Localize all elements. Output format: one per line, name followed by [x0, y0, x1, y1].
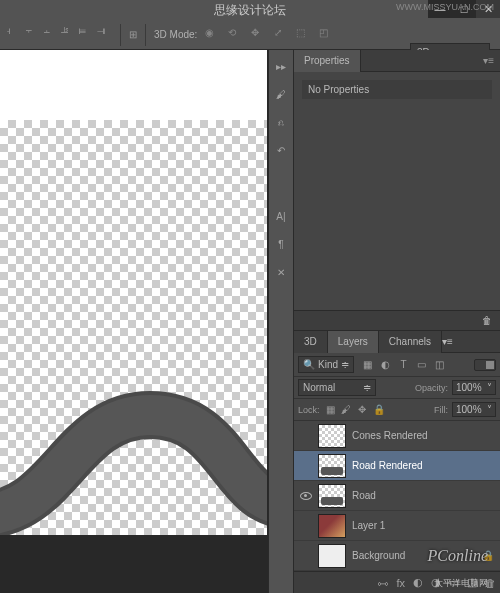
layer-name[interactable]: Road Rendered: [352, 460, 423, 471]
pan-icon[interactable]: ✥: [251, 27, 267, 43]
filter-kind-dropdown[interactable]: 🔍 Kind ≑: [298, 356, 354, 373]
layer-name[interactable]: Road: [352, 490, 376, 501]
blend-mode-row: Normal ≑ Opacity: 100% ˅: [294, 377, 500, 399]
chevron-icon: ≑: [341, 359, 349, 370]
chevron-down-icon: ˅: [487, 382, 492, 393]
layer-row[interactable]: Road Rendered: [294, 451, 500, 481]
fx-icon[interactable]: fx: [396, 577, 405, 589]
3d-mode-icons: ◉ ⟲ ✥ ⤢ ⬚ ◰: [203, 27, 337, 43]
canvas-area[interactable]: [0, 50, 268, 593]
scale-icon[interactable]: ⬚: [296, 27, 312, 43]
align-right-icon[interactable]: ⫠: [42, 25, 58, 45]
type-tool-icon[interactable]: A|: [271, 206, 291, 226]
paragraph-tool-icon[interactable]: ¶: [271, 234, 291, 254]
separator: [145, 24, 146, 46]
collapse-icon[interactable]: ▸▸: [271, 56, 291, 76]
layer-thumbnail[interactable]: [318, 514, 346, 538]
align-middle-icon[interactable]: ⫢: [78, 25, 94, 45]
panel-menu-icon[interactable]: ▾≡: [477, 55, 500, 66]
slide-icon[interactable]: ⤢: [274, 27, 290, 43]
layer-name[interactable]: Background: [352, 550, 405, 561]
lock-row: Lock: ▦ 🖌 ✥ 🔒 Fill: 100% ˅: [294, 399, 500, 421]
tab-channels[interactable]: Channels: [379, 331, 442, 353]
layer-name[interactable]: Cones Rendered: [352, 430, 428, 441]
layer-thumbnail[interactable]: [318, 484, 346, 508]
lock-paint-icon[interactable]: 🖌: [341, 404, 351, 415]
filter-smart-icon[interactable]: ◫: [432, 357, 447, 372]
filter-shape-icon[interactable]: ▭: [414, 357, 429, 372]
layer-thumbnail[interactable]: [318, 454, 346, 478]
document[interactable]: [0, 50, 267, 535]
align-left-icon[interactable]: ⫞: [6, 25, 22, 45]
properties-tab[interactable]: Properties: [294, 50, 361, 72]
history-tool-icon[interactable]: ↶: [271, 140, 291, 160]
fill-label: Fill:: [434, 405, 448, 415]
options-bar: ⫞ ⫟ ⫠ ⫡ ⫢ ⫣ ⊞ 3D Mode: ◉ ⟲ ✥ ⤢ ⬚ ◰ 3D ≑: [0, 20, 500, 50]
properties-panel: Properties ▾≡ No Properties 🗑: [294, 50, 500, 331]
trash-icon[interactable]: 🗑: [482, 315, 492, 326]
settings-tool-icon[interactable]: ✕: [271, 262, 291, 282]
distribute-icon[interactable]: ⊞: [129, 29, 137, 40]
orbit-icon[interactable]: ◉: [205, 27, 221, 43]
blend-mode-dropdown[interactable]: Normal ≑: [298, 379, 376, 396]
visibility-toggle[interactable]: [294, 492, 318, 500]
clone-tool-icon[interactable]: ⎌: [271, 112, 291, 132]
layer-row[interactable]: Layer 1: [294, 511, 500, 541]
align-center-icon[interactable]: ⫟: [24, 25, 40, 45]
transparent-area: [0, 120, 267, 535]
watermark-top-url: WWW.MISSYUAN.COM: [396, 2, 494, 12]
lock-transparent-icon[interactable]: ▦: [326, 404, 335, 415]
separator: [120, 24, 121, 46]
layer-name[interactable]: Layer 1: [352, 520, 385, 531]
fill-value[interactable]: 100% ˅: [452, 402, 496, 417]
watermark-top-cn: 思缘设计论坛: [214, 2, 286, 19]
filter-pixel-icon[interactable]: ▦: [360, 357, 375, 372]
brush-tool-icon[interactable]: 🖌: [271, 84, 291, 104]
chevron-down-icon: ˅: [487, 404, 492, 415]
layer-filter-row: 🔍 Kind ≑ ▦ ◐ T ▭ ◫: [294, 353, 500, 377]
opacity-label: Opacity:: [415, 383, 448, 393]
watermark-bottom-cn: 太平洋电脑网: [434, 577, 488, 590]
opacity-value[interactable]: 100% ˅: [452, 380, 496, 395]
search-icon: 🔍: [303, 359, 315, 370]
filter-type-icon[interactable]: T: [396, 357, 411, 372]
rotate-icon[interactable]: ⟲: [228, 27, 244, 43]
layer-row[interactable]: Cones Rendered: [294, 421, 500, 451]
road-rendered-art: [0, 335, 267, 535]
tab-layers[interactable]: Layers: [328, 331, 379, 353]
chevron-icon: ≑: [363, 382, 371, 393]
align-bottom-icon[interactable]: ⫣: [96, 25, 112, 45]
filter-toggle[interactable]: [474, 359, 496, 371]
lock-label: Lock:: [298, 405, 320, 415]
layer-thumbnail[interactable]: [318, 424, 346, 448]
properties-subtitle: No Properties: [302, 80, 492, 99]
mask-icon[interactable]: ◐: [413, 576, 423, 589]
watermark-brand: PConline: [428, 547, 488, 565]
cube-icon[interactable]: ◰: [319, 27, 335, 43]
align-top-icon[interactable]: ⫡: [60, 25, 76, 45]
panel-menu-icon[interactable]: ▾≡: [442, 336, 453, 347]
filter-adjust-icon[interactable]: ◐: [378, 357, 393, 372]
align-icons-group: ⫞ ⫟ ⫠ ⫡ ⫢ ⫣: [6, 25, 112, 45]
link-icon[interactable]: ⧟: [377, 577, 388, 589]
layer-thumbnail[interactable]: [318, 544, 346, 568]
lock-position-icon[interactable]: ✥: [358, 404, 366, 415]
tab-3d[interactable]: 3D: [294, 331, 328, 353]
eye-icon: [300, 492, 312, 500]
lock-all-icon[interactable]: 🔒: [373, 404, 385, 415]
3d-mode-label: 3D Mode:: [154, 29, 197, 40]
layer-row[interactable]: Road: [294, 481, 500, 511]
vertical-tool-strip: ▸▸ 🖌 ⎌ ↶ A| ¶ ✕: [268, 50, 294, 593]
